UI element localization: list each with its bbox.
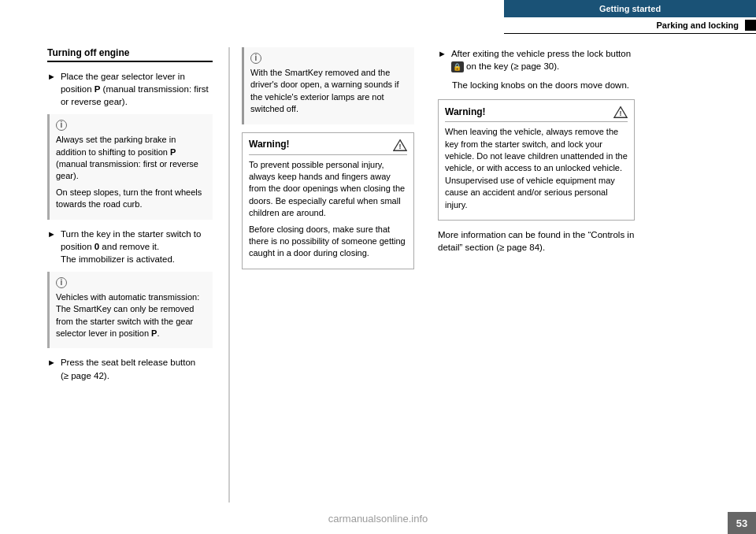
bullet-arrow-1: ► [47,71,56,108]
info-box-2: i Vehicles with automatic transmission: … [47,272,213,349]
middle-info-note: i With the SmartKey removed and the driv… [242,47,414,124]
page-number: 53 [728,512,756,534]
middle-warning-header: Warning! ! [249,138,407,155]
watermark: carmanualsonline.info [328,513,428,525]
content-area: Turning off engine ► Place the gear sele… [0,47,756,502]
parking-locking-header: Parking and locking [504,17,756,34]
right-warning-title: Warning! [445,106,486,119]
section-marker [745,20,756,31]
info-1-text: Always set the parking brake in addition… [56,134,206,183]
bullet-item-3: ► Press the seat belt release button(≥ p… [47,356,213,381]
info-icon-2: i [56,277,67,288]
right-warning-body: When leaving the vehicle, always remove … [445,126,628,211]
bullet-1-text: Place the gear selector lever in positio… [61,70,213,108]
middle-column: i With the SmartKey removed and the driv… [229,47,426,502]
middle-warning-icon: ! [393,138,407,152]
bullet-arrow-3: ► [47,357,56,381]
right-warning-icon: ! [613,105,628,119]
svg-text:!: ! [399,143,402,150]
bullet-arrow-2: ► [47,228,56,265]
header: Getting started Parking and locking [378,0,756,34]
section-title: Turning off engine [47,47,213,62]
middle-warning-text1: To prevent possible personal injury, alw… [249,159,407,220]
right-bullet-arrow-1: ► [438,48,447,72]
bullet-2-text: Turn the key in the starter switch to po… [61,228,213,265]
bullet-item-2: ► Turn the key in the starter switch to … [47,228,213,265]
bullet-3-text: Press the seat belt release button(≥ pag… [61,356,195,381]
svg-text:!: ! [620,110,622,118]
middle-info-text: With the SmartKey removed and the driver… [250,67,408,116]
right-more-info: More information can be found in the “Co… [438,228,635,254]
info-2-text: Vehicles with automatic transmission: Th… [56,291,206,340]
middle-warning-box: Warning! ! To prevent possible personal … [242,132,414,269]
page-container: Getting started Parking and locking Turn… [0,0,756,534]
middle-info-icon: i [250,53,261,64]
left-column: Turning off engine ► Place the gear sele… [0,47,228,502]
getting-started-label: Getting started [504,0,756,17]
right-bullet-1: ► After exiting the vehicle press the lo… [438,47,635,72]
right-followup-text: The locking knobs on the doors move down… [452,79,635,91]
info-1-text2: On steep slopes, turn the front wheels t… [56,187,206,211]
info-box-1: i Always set the parking brake in additi… [47,114,213,219]
right-warning-header: Warning! ! [445,105,628,122]
right-warning-box: Warning! ! When leaving the vehicle, alw… [438,99,635,221]
middle-warning-title: Warning! [249,138,290,151]
info-icon-1: i [56,120,67,131]
bullet-item-1: ► Place the gear selector lever in posit… [47,70,213,108]
parking-locking-label: Parking and locking [656,20,739,30]
right-bullet-1-text: After exiting the vehicle press the lock… [451,47,635,72]
right-column: ► After exiting the vehicle press the lo… [426,47,647,502]
middle-warning-text2: Before closing doors, make sure that the… [249,224,407,260]
